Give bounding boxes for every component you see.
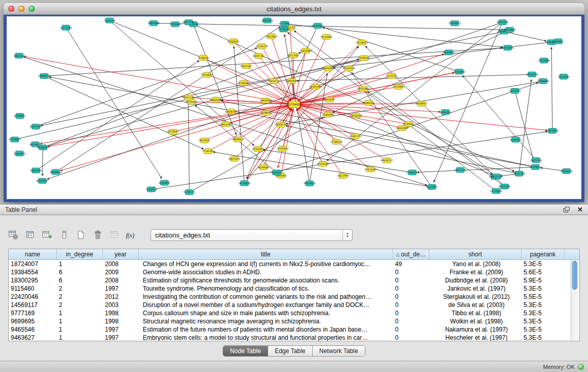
graph-node[interactable]: 63574306 xyxy=(502,45,513,50)
graph-node[interactable]: 10512994 xyxy=(337,173,349,179)
graph-node[interactable]: 39018038 xyxy=(547,128,558,134)
graph-node[interactable]: 57453296 xyxy=(496,20,508,25)
graph-node[interactable]: 38567633 xyxy=(30,168,42,173)
graph-node[interactable]: 17426979 xyxy=(406,170,418,175)
graph-node[interactable]: 69163407 xyxy=(312,23,323,28)
graph-node[interactable]: 45198511 xyxy=(14,114,26,119)
graph-node[interactable]: 45172245 xyxy=(60,25,72,30)
graph-node[interactable]: 27092779 xyxy=(349,134,361,139)
graph-node[interactable]: 25361074 xyxy=(510,137,521,142)
graph-edge[interactable] xyxy=(44,48,503,76)
graph-node[interactable]: 58126557 xyxy=(199,138,210,143)
new-table-icon[interactable] xyxy=(75,229,87,241)
show-columns-icon[interactable] xyxy=(24,229,36,241)
window-titlebar[interactable]: citations_edges.txt xyxy=(4,3,584,15)
column-header-name[interactable]: name xyxy=(9,249,57,259)
graph-node[interactable]: 95984975 xyxy=(363,100,375,105)
graph-node[interactable]: 75184443 xyxy=(276,146,288,151)
delete-table-icon[interactable] xyxy=(92,229,104,241)
table-row[interactable]: 946554611997Estimation of the future num… xyxy=(9,325,579,334)
graph-node[interactable]: 57308116 xyxy=(331,139,342,144)
graph-node[interactable]: 57710226 xyxy=(490,188,502,193)
graph-node[interactable]: 92908437 xyxy=(228,39,239,44)
graph-node[interactable]: 62560693 xyxy=(350,113,362,118)
graph-edge[interactable] xyxy=(188,102,189,192)
graph-node[interactable]: 32278023 xyxy=(167,129,179,135)
graph-node[interactable]: 35370072 xyxy=(529,164,541,169)
graph-node[interactable]: 34475811 xyxy=(426,184,438,189)
table-row[interactable]: 1938455462009Genome-wide association stu… xyxy=(9,268,579,276)
graph-edge[interactable] xyxy=(110,20,492,174)
graph-edge[interactable] xyxy=(193,24,514,171)
graph-node[interactable]: 21996393 xyxy=(358,56,369,61)
graph-node[interactable]: 66135671 xyxy=(29,142,41,147)
graph-node[interactable]: 10288993 xyxy=(260,111,272,116)
close-button[interactable] xyxy=(8,6,14,12)
table-row[interactable]: 1830029562008Estimation of significance … xyxy=(9,276,579,285)
network-canvas[interactable]: 1724009792168646496951597993042403535227… xyxy=(7,16,581,199)
graph-edge[interactable] xyxy=(208,107,290,151)
graph-node[interactable]: 53536530 xyxy=(560,169,572,174)
graph-node[interactable]: 23970259 xyxy=(558,74,570,79)
graph-node[interactable]: 19157788 xyxy=(513,171,525,176)
table-row[interactable]: 1456911722003Disruption of a novel membe… xyxy=(9,301,579,309)
column-icon[interactable] xyxy=(58,229,70,241)
graph-node[interactable]: 59652703 xyxy=(220,122,231,127)
graph-node[interactable]: 97710967 xyxy=(279,21,291,27)
graph-node[interactable]: 98956012 xyxy=(443,50,454,55)
graph-node[interactable]: 45348091 xyxy=(159,180,170,185)
graph-node[interactable]: 65700646 xyxy=(237,80,249,85)
graph-node[interactable]: 97075569 xyxy=(364,167,376,172)
graph-edge[interactable] xyxy=(19,56,427,185)
graph-edge[interactable] xyxy=(367,92,497,177)
close-panel-icon[interactable]: ✕ xyxy=(577,206,583,213)
graph-node[interactable]: 55623849 xyxy=(300,48,312,53)
memory-indicator[interactable] xyxy=(578,364,584,370)
graph-node[interactable]: 97265715 xyxy=(183,190,195,195)
graph-node[interactable]: 49506770 xyxy=(275,122,287,127)
float-panel-icon[interactable] xyxy=(563,206,570,213)
graph-node[interactable]: 15410779 xyxy=(268,78,279,83)
graph-node[interactable]: 54909599 xyxy=(286,78,297,83)
graph-node[interactable]: 95159905 xyxy=(320,34,332,39)
graph-node[interactable]: 25120430 xyxy=(238,181,250,186)
graph-node[interactable]: 44308418 xyxy=(50,169,61,174)
graph-node[interactable]: 11815850 xyxy=(265,34,277,39)
tab-node-table[interactable]: Node Table xyxy=(223,346,268,356)
graph-node[interactable]: 63037377 xyxy=(491,174,503,179)
graph-edge[interactable] xyxy=(42,147,43,176)
graph-node[interactable]: 97921686 xyxy=(317,161,329,166)
graph-edge[interactable] xyxy=(515,91,534,162)
column-header-out_degree[interactable]: △out_de… xyxy=(393,249,429,259)
graph-node[interactable]: 97924056 xyxy=(252,146,264,151)
graph-node[interactable]: 72790449 xyxy=(169,21,181,27)
table-row[interactable]: 1872400712008Changes of HCN gene express… xyxy=(9,260,579,268)
import-table-icon[interactable] xyxy=(108,229,121,241)
graph-node[interactable]: 10838333 xyxy=(225,109,236,114)
graph-node[interactable]: 172400 xyxy=(289,101,300,108)
graph-node[interactable]: 92164663 xyxy=(201,72,212,77)
graph-edge[interactable] xyxy=(297,74,532,80)
graph-node[interactable]: 13926820 xyxy=(393,84,404,90)
graph-node[interactable]: 85416172 xyxy=(381,158,393,163)
graph-edge[interactable] xyxy=(43,59,359,147)
graph-node[interactable]: 19650550 xyxy=(259,98,271,103)
table-row[interactable]: 2242004622012Investigating the contribut… xyxy=(9,293,579,301)
table-row[interactable]: 946362711997Embryonic stem cells: a mode… xyxy=(9,334,579,341)
create-column-icon[interactable] xyxy=(41,229,53,241)
graph-node[interactable]: 15021253 xyxy=(509,89,520,94)
graph-node[interactable]: 48383655 xyxy=(440,110,451,115)
graph-node[interactable]: 47094895 xyxy=(322,112,334,117)
graph-node[interactable]: 85003202 xyxy=(210,97,222,102)
zoom-button[interactable] xyxy=(29,6,35,12)
graph-node[interactable]: 52926823 xyxy=(449,20,461,26)
graph-node[interactable]: 81621360 xyxy=(498,184,510,189)
table-selector[interactable]: citations_edges.txt ▲▼ xyxy=(150,229,353,241)
graph-node[interactable]: 16277576 xyxy=(530,158,542,163)
column-header-short[interactable]: short xyxy=(429,249,521,259)
graph-node[interactable]: 68497397 xyxy=(253,53,265,58)
graph-edge[interactable] xyxy=(56,27,280,172)
graph-node[interactable]: 27133797 xyxy=(386,73,398,78)
graph-node[interactable]: 72266080 xyxy=(537,78,549,83)
graph-node[interactable]: 76703880 xyxy=(538,58,550,63)
